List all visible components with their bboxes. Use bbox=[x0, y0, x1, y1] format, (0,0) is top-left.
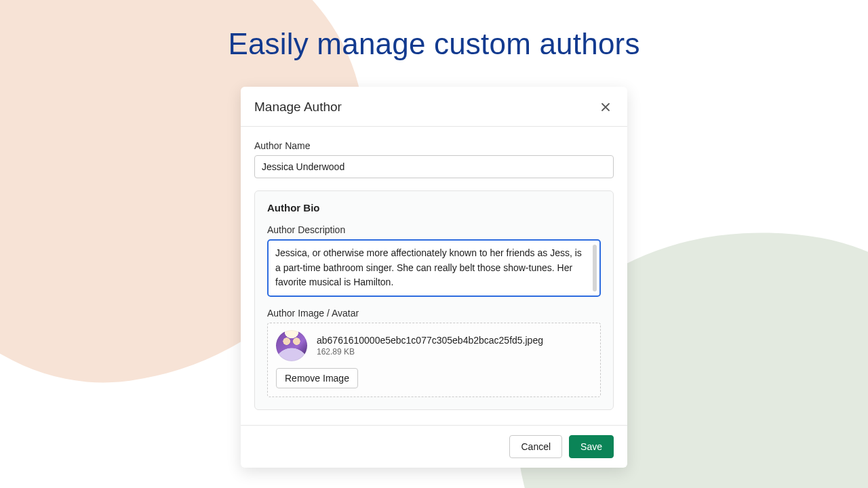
modal-header: Manage Author bbox=[241, 87, 627, 127]
page-headline: Easily manage custom authors bbox=[0, 27, 868, 61]
modal-title: Manage Author bbox=[254, 100, 342, 115]
author-image-label: Author Image / Avatar bbox=[267, 308, 601, 319]
close-button[interactable] bbox=[597, 99, 614, 115]
textarea-scrollbar[interactable] bbox=[593, 245, 597, 291]
modal-body: Author Name Author Bio Author Descriptio… bbox=[241, 127, 627, 425]
cancel-button[interactable]: Cancel bbox=[509, 435, 562, 458]
author-description-label: Author Description bbox=[267, 224, 601, 235]
author-description-textarea[interactable]: Jessica, or otherwise more affectionatel… bbox=[267, 239, 601, 297]
modal-footer: Cancel Save bbox=[241, 425, 627, 468]
author-image-upload: ab6761610000e5ebc1c077c305eb4b2bcac25fd5… bbox=[267, 323, 601, 397]
author-description-text: Jessica, or otherwise more affectionatel… bbox=[275, 246, 589, 290]
author-name-label: Author Name bbox=[254, 140, 614, 151]
author-bio-card: Author Bio Author Description Jessica, o… bbox=[254, 190, 614, 410]
author-bio-title: Author Bio bbox=[267, 202, 601, 214]
uploaded-file-name: ab6761610000e5ebc1c077c305eb4b2bcac25fd5… bbox=[317, 335, 543, 346]
uploaded-file-size: 162.89 KB bbox=[317, 347, 543, 357]
close-icon bbox=[600, 102, 611, 113]
manage-author-modal: Manage Author Author Name Author Bio Aut… bbox=[241, 87, 627, 468]
avatar bbox=[276, 330, 307, 361]
remove-image-button[interactable]: Remove Image bbox=[276, 368, 358, 388]
save-button[interactable]: Save bbox=[569, 435, 614, 458]
author-name-input[interactable] bbox=[254, 155, 614, 178]
